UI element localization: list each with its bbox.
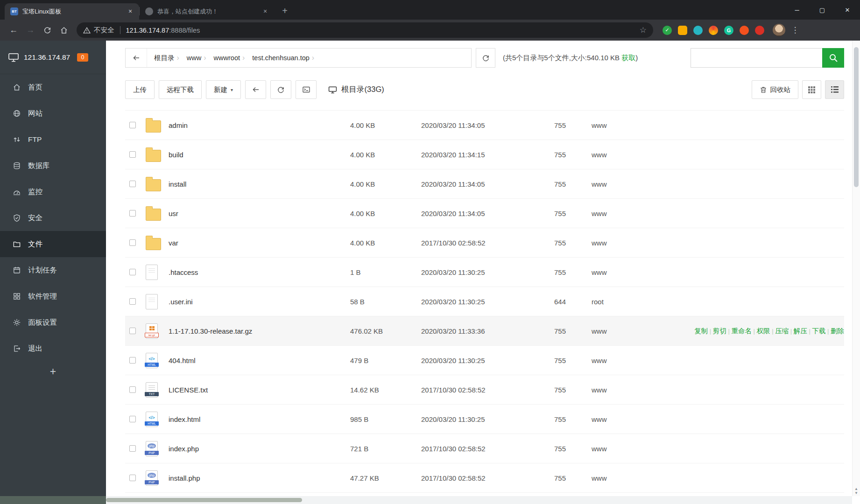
list-refresh-button[interactable] [270, 80, 291, 99]
extension-icon[interactable] [740, 26, 749, 35]
row-checkbox[interactable] [129, 122, 136, 128]
row-checkbox[interactable] [129, 239, 136, 246]
search-button[interactable] [822, 48, 844, 68]
row-checkbox[interactable] [129, 445, 136, 452]
sidebar-item-software[interactable]: 软件管理 [0, 283, 106, 309]
action-rename-link[interactable]: 重命名 [726, 327, 752, 335]
table-row[interactable]: var 4.00 KB 2017/10/30 02:58:52 755 www [125, 228, 844, 258]
action-extract-link[interactable]: 解压 [789, 327, 807, 335]
browser-tab-bt-panel[interactable]: BT 宝塔Linux面板 × [5, 3, 139, 20]
server-info[interactable]: 121.36.174.87 0 [0, 41, 106, 74]
file-name[interactable]: .user.ini [169, 298, 350, 306]
file-name[interactable]: usr [169, 210, 350, 217]
row-checkbox[interactable] [129, 475, 136, 481]
window-close-button[interactable]: ✕ [835, 0, 860, 20]
path-refresh-button[interactable] [476, 48, 495, 68]
row-checkbox[interactable] [129, 416, 136, 422]
action-permission-link[interactable]: 权限 [752, 327, 770, 335]
upload-button[interactable]: 上传 [125, 80, 155, 99]
root-disk[interactable]: 根目录(33G) [328, 84, 384, 95]
breadcrumb-site[interactable]: test.chenhsuan.top [245, 54, 312, 62]
row-checkbox[interactable] [129, 181, 136, 187]
message-count-badge[interactable]: 0 [77, 53, 88, 62]
sidebar-item-logout[interactable]: 退出 [0, 336, 106, 362]
file-name[interactable]: index.html [169, 415, 350, 423]
action-download-link[interactable]: 下载 [807, 327, 826, 335]
address-bar[interactable]: 不安全 121.36.174.87:8888/files ☆ [77, 22, 653, 38]
extension-icon[interactable]: G [724, 26, 733, 35]
file-name[interactable]: LICENSE.txt [169, 386, 350, 394]
extension-icon[interactable]: ✓ [663, 26, 672, 35]
not-secure-warning-icon[interactable] [83, 27, 91, 34]
extension-icon[interactable] [709, 26, 718, 35]
row-checkbox[interactable] [129, 328, 136, 334]
horizontal-scrollbar[interactable] [106, 496, 852, 504]
action-delete-link[interactable]: 删除 [825, 327, 844, 335]
browser-menu-icon[interactable]: ⋮ [789, 25, 801, 35]
path-back-button[interactable] [126, 49, 147, 67]
security-label[interactable]: 不安全 [94, 26, 114, 35]
table-row[interactable]: 404.html 479 B 2020/03/20 11:30:25 755 w… [125, 346, 844, 375]
action-cut-link[interactable]: 剪切 [708, 327, 726, 335]
table-row[interactable]: index.php 721 B 2017/10/30 02:58:52 755 … [125, 434, 844, 463]
breadcrumb-root[interactable]: 根目录 [147, 54, 177, 63]
vertical-scrollbar-thumb[interactable] [854, 47, 859, 187]
tab-close-icon[interactable]: × [126, 7, 134, 16]
row-checkbox[interactable] [129, 298, 136, 305]
sidebar-item-security[interactable]: 安全 [0, 205, 106, 231]
action-compress-link[interactable]: 压缩 [770, 327, 789, 335]
table-row[interactable]: admin 4.00 KB 2020/03/20 11:34:05 755 ww… [125, 111, 844, 140]
browser-home-button[interactable] [56, 22, 72, 38]
table-row[interactable]: .user.ini 58 B 2020/03/20 11:30:25 644 r… [125, 287, 844, 316]
browser-tab-site-created[interactable]: 恭喜，站点创建成功！ × [140, 3, 274, 20]
table-row[interactable]: LICENSE.txt 14.62 KB 2017/10/30 02:58:52… [125, 375, 844, 405]
file-name[interactable]: install [169, 180, 350, 188]
file-search-input[interactable] [691, 48, 822, 68]
breadcrumb-www[interactable]: www [180, 54, 204, 62]
sidebar-item-website[interactable]: 网站 [0, 100, 106, 126]
row-checkbox[interactable] [129, 269, 136, 275]
bookmark-star-icon[interactable]: ☆ [640, 25, 647, 35]
scroll-down-icon[interactable]: ▼ [854, 491, 858, 495]
sidebar-item-home[interactable]: 首页 [0, 74, 106, 100]
browser-forward-button[interactable]: → [22, 22, 38, 38]
list-view-button[interactable] [825, 80, 844, 99]
nav-back-button[interactable] [245, 80, 266, 99]
table-row[interactable]: usr 4.00 KB 2020/03/20 11:34:05 755 www [125, 199, 844, 228]
table-row[interactable]: index.html 985 B 2020/03/20 11:30:25 755… [125, 405, 844, 434]
extension-icon[interactable] [755, 26, 764, 35]
row-checkbox[interactable] [129, 210, 136, 217]
vertical-scrollbar[interactable]: ▲ ▼ [852, 41, 860, 496]
breadcrumb-wwwroot[interactable]: wwwroot [207, 54, 242, 62]
browser-reload-button[interactable] [39, 22, 55, 38]
new-menu-button[interactable]: 新建▾ [206, 80, 241, 99]
file-name[interactable]: 404.html [169, 357, 350, 364]
profile-avatar[interactable] [773, 24, 785, 36]
sidebar-item-panel-settings[interactable]: 面板设置 [0, 309, 106, 336]
file-name[interactable]: build [169, 151, 350, 159]
new-tab-button[interactable]: + [278, 4, 292, 18]
extension-icon[interactable] [678, 26, 687, 35]
file-name[interactable]: index.php [169, 445, 350, 453]
file-name[interactable]: 1.1-17.10.30-release.tar.gz [169, 327, 350, 335]
table-row[interactable]: 1.1-17.10.30-release.tar.gz 476.02 KB 20… [125, 316, 844, 346]
window-minimize-button[interactable]: ─ [784, 0, 810, 20]
file-name[interactable]: var [169, 239, 350, 247]
sidebar-item-database[interactable]: 数据库 [0, 153, 106, 179]
sidebar-add-button[interactable]: + [0, 365, 106, 378]
file-name[interactable]: admin [169, 121, 350, 129]
sidebar-item-files[interactable]: 文件 [0, 231, 106, 257]
terminal-button[interactable] [296, 80, 317, 99]
sidebar-item-monitor[interactable]: 监控 [0, 179, 106, 205]
file-name[interactable]: .htaccess [169, 268, 350, 276]
table-row[interactable]: build 4.00 KB 2020/03/20 11:34:15 755 ww… [125, 140, 844, 169]
action-copy-link[interactable]: 复制 [694, 327, 708, 335]
row-checkbox[interactable] [129, 386, 136, 393]
browser-back-button[interactable]: ← [6, 22, 21, 38]
row-checkbox[interactable] [129, 357, 136, 364]
sidebar-item-cron[interactable]: 计划任务 [0, 257, 106, 283]
grid-view-button[interactable] [802, 80, 821, 99]
scroll-up-icon[interactable]: ▲ [854, 487, 858, 491]
tab-close-icon[interactable]: × [261, 7, 269, 16]
row-checkbox[interactable] [129, 151, 136, 158]
